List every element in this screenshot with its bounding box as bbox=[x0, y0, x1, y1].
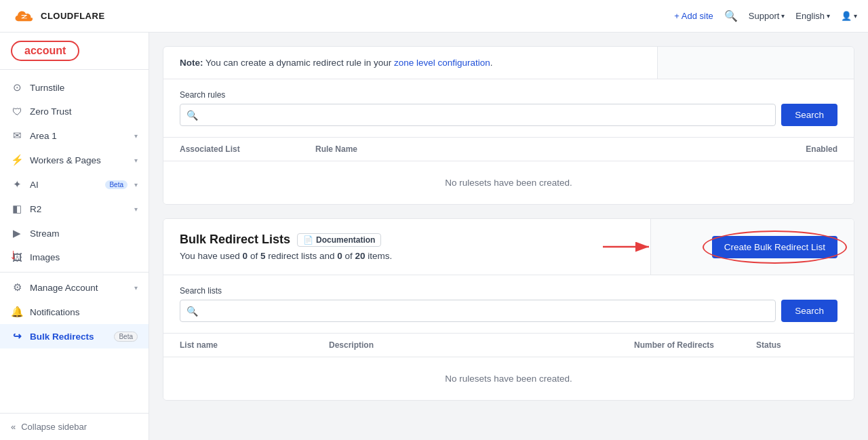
search-rules-button[interactable]: Search bbox=[781, 104, 837, 126]
bulk-redirects-badge: Beta bbox=[114, 332, 138, 342]
lists-col-status: Status bbox=[756, 340, 837, 350]
search-icon[interactable]: 🔍 bbox=[724, 9, 738, 22]
images-icon: 🖼 bbox=[11, 252, 23, 263]
content-area: Note: You can create a dynamic redirect … bbox=[149, 33, 868, 414]
lists-section-subtitle: You have used 0 of 5 redirect lists and … bbox=[180, 251, 634, 261]
stream-icon: ▶ bbox=[11, 227, 23, 239]
search-lists-section: Search lists 🔍 Search bbox=[163, 275, 854, 334]
support-label: Support bbox=[749, 11, 780, 21]
add-site-button[interactable]: + Add site bbox=[674, 11, 713, 21]
support-chevron-icon: ▾ bbox=[781, 12, 785, 20]
account-label[interactable]: account bbox=[11, 41, 79, 61]
used-items: 0 bbox=[337, 251, 342, 261]
search-rules-input[interactable] bbox=[180, 104, 776, 126]
lists-section-header: Bulk Redirect Lists 📄 Documentation You … bbox=[163, 219, 854, 275]
topnav-right: + Add site 🔍 Support ▾ English ▾ 👤 ▾ bbox=[674, 9, 857, 22]
lists-col-number: Number of Redirects bbox=[634, 340, 756, 350]
workers-pages-icon: ⚡ bbox=[11, 154, 23, 166]
sidebar-item-images[interactable]: 🖼 Images bbox=[0, 245, 149, 269]
note-label: Note: bbox=[180, 58, 203, 68]
search-lists-row: 🔍 Search bbox=[180, 300, 837, 322]
rules-col-rule-name: Rule Name bbox=[315, 144, 756, 154]
doc-icon: 📄 bbox=[303, 235, 313, 245]
note-body-text: You can create a dynamic redirect rule i… bbox=[205, 58, 391, 68]
search-rules-input-wrap: 🔍 bbox=[180, 104, 776, 126]
sidebar-item-ai[interactable]: ✦ AI Beta ▾ bbox=[0, 172, 149, 197]
sidebar-item-label-r2: R2 bbox=[30, 204, 127, 214]
used-lists: 0 bbox=[243, 251, 248, 261]
collapse-sidebar-button[interactable]: « Collapse sidebar bbox=[11, 422, 138, 432]
subtitle-of1: of bbox=[250, 251, 260, 261]
sidebar-item-label-images: Images bbox=[30, 252, 138, 262]
sidebar-item-label-area1: Area 1 bbox=[30, 131, 127, 141]
cloudflare-logo-icon bbox=[11, 8, 35, 24]
user-menu[interactable]: 👤 ▾ bbox=[841, 11, 857, 21]
search-rules-label: Search rules bbox=[180, 90, 837, 100]
turnstile-icon: ⊙ bbox=[11, 81, 23, 94]
sidebar-item-stream[interactable]: ▶ Stream bbox=[0, 221, 149, 245]
search-lists-button[interactable]: Search bbox=[781, 300, 837, 322]
support-menu[interactable]: Support ▾ bbox=[749, 11, 785, 21]
topnav-left: CLOUDFLARE bbox=[11, 8, 105, 24]
sidebar-nav: ⊙ Turnstile 🛡 Zero Trust ✉ Area 1 ▾ ⚡ Wo… bbox=[0, 70, 149, 413]
user-chevron-icon: ▾ bbox=[854, 12, 857, 20]
total-items: 20 bbox=[355, 251, 366, 261]
r2-chevron-icon: ▾ bbox=[134, 205, 138, 213]
doc-label: Documentation bbox=[316, 235, 375, 245]
sidebar-item-label-workers-pages: Workers & Pages bbox=[30, 155, 127, 165]
lists-col-description: Description bbox=[329, 340, 634, 350]
sidebar-item-area1[interactable]: ✉ Area 1 ▾ bbox=[0, 123, 149, 148]
note-right-panel bbox=[657, 47, 854, 79]
collapse-label: Collapse sidebar bbox=[21, 422, 87, 432]
sidebar-item-label-manage-account: Manage Account bbox=[30, 283, 127, 293]
sidebar-item-turnstile[interactable]: ⊙ Turnstile bbox=[0, 75, 149, 100]
sidebar-item-manage-account[interactable]: ⚙ Manage Account ▾ bbox=[0, 275, 149, 300]
sidebar-item-bulk-redirects[interactable]: ↪ Bulk Redirects Beta bbox=[0, 324, 149, 348]
rules-empty-state: No rulesets have been created. bbox=[163, 161, 854, 204]
rules-table-header: Associated List Rule Name Enabled bbox=[163, 138, 854, 161]
sidebar-item-zero-trust[interactable]: 🛡 Zero Trust bbox=[0, 100, 149, 123]
subtitle-start: You have used bbox=[180, 251, 240, 261]
lists-table-header: List name Description Number of Redirect… bbox=[163, 334, 854, 357]
search-rules-row: 🔍 Search bbox=[180, 104, 837, 126]
lists-header-left: Bulk Redirect Lists 📄 Documentation You … bbox=[163, 219, 650, 275]
top-navigation: CLOUDFLARE + Add site 🔍 Support ▾ Englis… bbox=[0, 0, 868, 33]
search-lists-input[interactable] bbox=[180, 300, 776, 322]
logo-area[interactable]: CLOUDFLARE bbox=[11, 8, 105, 24]
sidebar: account ⊙ Turnstile 🛡 Zero Trust ✉ Area … bbox=[0, 33, 149, 440]
search-rules-section: Search rules 🔍 Search bbox=[163, 79, 854, 138]
sidebar-account-section: account bbox=[0, 33, 149, 70]
note-content: Note: You can create a dynamic redirect … bbox=[163, 47, 657, 79]
language-label: English bbox=[795, 11, 825, 21]
language-menu[interactable]: English ▾ bbox=[795, 11, 830, 21]
bulk-redirects-icon: ↪ bbox=[11, 330, 23, 342]
sidebar-item-r2[interactable]: ◧ R2 ▾ bbox=[0, 197, 149, 221]
area1-chevron-icon: ▾ bbox=[134, 132, 138, 140]
sidebar-bottom: « Collapse sidebar bbox=[0, 413, 149, 440]
red-arrow-icon bbox=[603, 237, 657, 257]
documentation-badge[interactable]: 📄 Documentation bbox=[297, 233, 381, 247]
note-link[interactable]: zone level configuration bbox=[394, 58, 490, 68]
manage-account-icon: ⚙ bbox=[11, 281, 23, 294]
subtitle-end-text: items. bbox=[368, 251, 392, 261]
zero-trust-icon: 🛡 bbox=[11, 106, 23, 117]
rules-col-enabled: Enabled bbox=[756, 144, 837, 154]
r2-icon: ◧ bbox=[11, 203, 23, 215]
workers-pages-chevron-icon: ▾ bbox=[134, 157, 138, 164]
sidebar-item-label-ai: AI bbox=[30, 180, 98, 190]
sidebar-item-label-turnstile: Turnstile bbox=[30, 83, 138, 93]
create-bulk-redirect-list-button[interactable]: Create Bulk Redirect List bbox=[712, 236, 837, 258]
sidebar-item-label-stream: Stream bbox=[30, 228, 138, 239]
collapse-icon: « bbox=[11, 422, 16, 432]
lists-section: Bulk Redirect Lists 📄 Documentation You … bbox=[163, 218, 854, 401]
language-chevron-icon: ▾ bbox=[827, 12, 830, 20]
area1-icon: ✉ bbox=[11, 129, 23, 142]
rules-section: Note: You can create a dynamic redirect … bbox=[163, 46, 854, 205]
sidebar-item-workers-pages[interactable]: ⚡ Workers & Pages ▾ bbox=[0, 148, 149, 172]
main-layout: account ⊙ Turnstile 🛡 Zero Trust ✉ Area … bbox=[0, 33, 868, 440]
sidebar-item-notifications[interactable]: 🔔 Notifications bbox=[0, 300, 149, 324]
sidebar-divider bbox=[0, 272, 149, 273]
lists-section-title: Bulk Redirect Lists 📄 Documentation bbox=[180, 233, 634, 247]
ai-badge: Beta bbox=[105, 180, 127, 189]
sidebar-item-label-notifications: Notifications bbox=[30, 307, 138, 317]
